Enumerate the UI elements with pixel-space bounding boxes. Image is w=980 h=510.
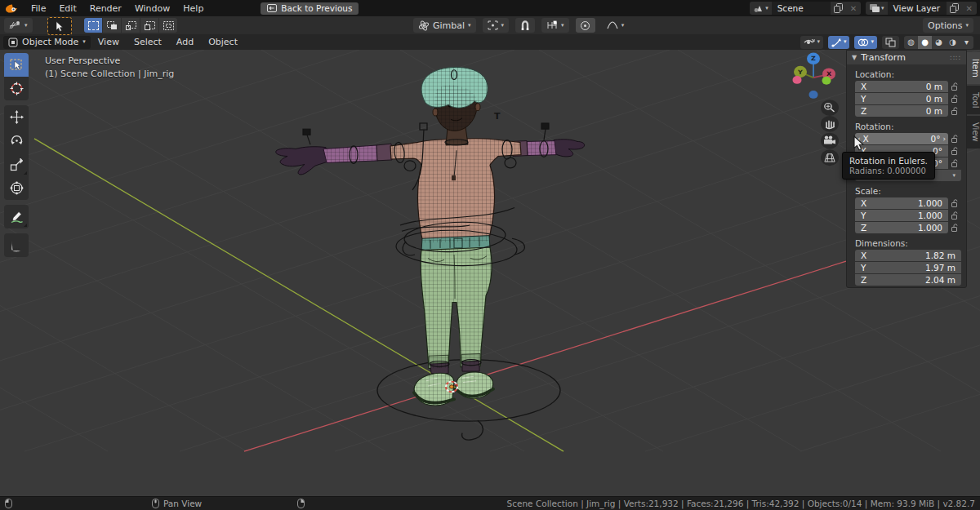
tool-annotate[interactable] (4, 205, 29, 228)
view-perspective-label: User Perspective (45, 55, 174, 68)
zoom-button[interactable] (821, 100, 839, 116)
scene-stats: Scene Collection | Jim_rig | Verts:21,93… (507, 499, 975, 508)
menu-view[interactable]: View (91, 37, 127, 47)
dimensions-z-field[interactable]: Z2.04 m (855, 274, 961, 286)
gizmo-x-neg[interactable] (793, 76, 802, 84)
lock-location-z[interactable] (948, 107, 961, 116)
transform-panel-header[interactable]: ▼ Transform ∷∷ (847, 51, 966, 64)
tool-rotate[interactable] (4, 129, 29, 153)
perspective-toggle-button[interactable] (821, 149, 839, 166)
lock-rotation-z[interactable] (948, 159, 961, 168)
lock-location-x[interactable] (948, 82, 961, 91)
lock-scale-z[interactable] (948, 224, 961, 233)
view-layer-selector[interactable]: ▾ View Layer ✕ (866, 2, 977, 15)
dimensions-x-field[interactable]: X1.82 m (855, 250, 961, 261)
menu-help[interactable]: Help (176, 3, 210, 14)
location-y-field[interactable]: Y0 m (855, 93, 948, 104)
gizmo-z-neg[interactable] (809, 91, 818, 99)
show-overlays-toggle[interactable]: ▾ (854, 36, 877, 49)
menu-window[interactable]: Window (128, 3, 176, 14)
blender-window: File Edit Render Window Help Back to Pre… (0, 0, 980, 510)
mouse-right-icon (297, 499, 305, 508)
scale-y-row: Y1.000 (855, 210, 961, 221)
dimensions-y-row: Y1.97 m (855, 262, 961, 273)
viewport-3d[interactable]: T Z Y X (0, 50, 980, 496)
tool-measure[interactable] (4, 233, 29, 257)
pivot-point-dropdown[interactable]: ▾ (483, 18, 510, 33)
tooltip: Rotation in Eulers. Radians: 0.000000 (842, 152, 935, 180)
active-tool-tweak-button[interactable] (47, 17, 72, 35)
xray-toggle[interactable] (882, 36, 899, 49)
menu-edit[interactable]: Edit (52, 3, 82, 14)
subtool-indicator (24, 224, 27, 227)
tool-transform[interactable] (4, 176, 29, 200)
lock-location-y[interactable] (948, 95, 961, 104)
panel-grip-icon[interactable]: ∷∷ (951, 54, 961, 62)
snap-toggle-button[interactable] (515, 18, 535, 33)
navigation-gizmo[interactable]: Z Y X (793, 53, 836, 99)
show-gizmo-toggle[interactable]: ▾ (828, 36, 850, 49)
tab-item[interactable]: Item (967, 52, 980, 84)
tool-cursor[interactable] (4, 77, 29, 100)
options-dropdown[interactable]: Options ▾ (923, 18, 973, 33)
scale-z-field[interactable]: Z1.000 (855, 222, 948, 233)
left-toolbar (4, 53, 29, 262)
menu-render[interactable]: Render (83, 3, 128, 14)
character-mesh[interactable] (276, 67, 585, 406)
scale-y-field[interactable]: Y1.000 (855, 210, 948, 221)
blender-logo-icon[interactable] (5, 3, 18, 14)
increment-icon[interactable]: › (940, 135, 946, 143)
select-mode-intersect[interactable] (159, 18, 177, 33)
rotation-x-field[interactable]: ‹ X 0° › (855, 133, 948, 144)
menu-file[interactable]: File (24, 3, 52, 14)
menu-select[interactable]: Select (127, 37, 169, 47)
shading-wireframe-button[interactable]: ◍ (904, 36, 918, 49)
gizmo-y-neg[interactable] (822, 77, 831, 85)
select-mode-set[interactable] (84, 18, 102, 33)
falloff-dropdown[interactable]: ▾ (602, 18, 630, 33)
select-mode-invert[interactable] (140, 18, 158, 33)
lock-rotation-x[interactable] (948, 135, 961, 144)
lock-scale-y[interactable] (948, 211, 961, 220)
shading-rendered-button[interactable]: ◑ (946, 36, 960, 49)
select-mode-extend[interactable] (103, 18, 121, 33)
viewport-canvas: T Z Y X (0, 50, 980, 496)
mode-dropdown[interactable]: Object Mode ▾ (3, 36, 91, 49)
dimensions-y-field[interactable]: Y1.97 m (855, 262, 961, 273)
location-z-field[interactable]: Z0 m (855, 105, 948, 117)
menu-add[interactable]: Add (169, 37, 201, 47)
tab-view[interactable]: View (967, 116, 980, 149)
scene-name-field[interactable]: Scene (772, 2, 831, 15)
menu-object[interactable]: Object (201, 37, 245, 47)
location-group: X0 m Y0 m Z0 m (847, 81, 966, 117)
transform-orientation-dropdown[interactable]: Gimbal ▾ (413, 18, 476, 33)
pan-hand-button[interactable] (821, 116, 839, 132)
proportional-editing-button[interactable] (576, 18, 595, 33)
scene-selector[interactable]: ▾ Scene ✕ (750, 2, 861, 15)
tool-scale[interactable] (4, 153, 29, 176)
tool-move[interactable] (4, 105, 29, 129)
tab-tool[interactable]: Tool (967, 86, 980, 114)
unlink-scene-icon[interactable]: ✕ (846, 4, 861, 13)
dimensions-z-row: Z2.04 m (855, 274, 961, 286)
select-mode-subtract[interactable] (122, 18, 140, 33)
lock-rotation-y[interactable] (948, 147, 961, 156)
chevron-down-icon: ▾ (844, 39, 847, 45)
snap-target-dropdown[interactable]: ▾ (541, 18, 569, 33)
view-layer-name-field[interactable]: View Layer (888, 2, 947, 15)
editor-type-button[interactable]: ▾ (4, 18, 33, 33)
remove-view-layer-icon[interactable]: ✕ (962, 4, 977, 13)
location-x-field[interactable]: X0 m (855, 81, 948, 92)
annotate-pencil-icon (10, 210, 24, 224)
back-to-previous-button[interactable]: Back to Previous (261, 2, 359, 15)
svg-text:Y: Y (797, 69, 803, 76)
shading-solid-button[interactable]: ● (918, 36, 932, 49)
shading-material-button[interactable]: ◕ (932, 36, 946, 49)
tool-select-box[interactable] (4, 53, 29, 77)
snap-increment-icon (546, 20, 558, 30)
shading-dropdown[interactable]: ▾ (960, 36, 973, 49)
camera-view-button[interactable] (821, 133, 839, 149)
object-visibility-dropdown[interactable]: ▾ (800, 36, 823, 49)
scale-x-field[interactable]: X1.000 (855, 197, 948, 209)
lock-scale-x[interactable] (948, 199, 961, 208)
